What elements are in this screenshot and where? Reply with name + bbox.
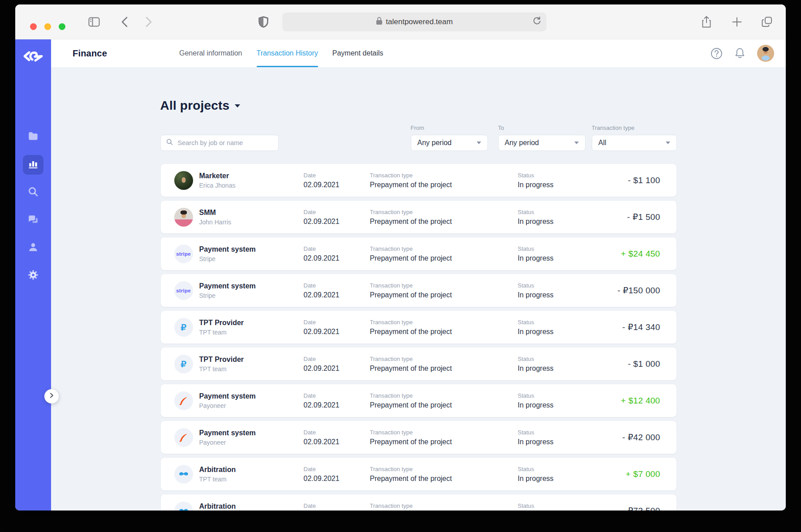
status-label: Status — [518, 392, 594, 399]
type-value: Prepayment of the project — [370, 254, 518, 262]
sidebar-item-profile[interactable] — [23, 238, 43, 258]
transaction-title: Arbitration — [199, 502, 304, 511]
transaction-type-value: All — [599, 139, 607, 147]
type-label: Transaction type — [370, 209, 518, 215]
date-value: 02.09.2021 — [304, 218, 370, 226]
transaction-title: Payment system — [199, 282, 304, 290]
type-label: Transaction type — [370, 502, 518, 509]
chevron-down-icon — [574, 142, 579, 144]
date-value: 02.09.2021 — [304, 254, 370, 262]
address-bar[interactable]: talentpowered.team — [282, 13, 547, 31]
transaction-row[interactable]: Arbitration TPT team Date 02.09.2021 Tra… — [160, 457, 677, 491]
status-value: In progress — [518, 438, 594, 446]
project-selector-label: All projects — [160, 99, 230, 113]
to-period-select[interactable]: Any period — [498, 135, 586, 151]
to-filter-label: To — [498, 124, 586, 131]
status-value: In progress — [518, 181, 594, 189]
forward-button[interactable] — [146, 17, 152, 27]
user-avatar[interactable] — [757, 45, 774, 62]
mustache-icon — [174, 465, 193, 484]
john-photo-avatar — [174, 208, 193, 227]
transaction-row[interactable]: ₽ TPT Provider TPT team Date 02.09.2021 … — [160, 310, 677, 344]
transaction-row[interactable]: Marketer Erica Jhonas Date 02.09.2021 Tr… — [160, 163, 677, 197]
date-label: Date — [304, 245, 370, 252]
type-label: Transaction type — [370, 429, 518, 436]
sidebar-item-settings[interactable] — [23, 266, 43, 286]
search-box — [160, 135, 279, 151]
status-label: Status — [518, 319, 594, 326]
transaction-row[interactable]: Arbitration TPT team Date 02.09.2021 Tra… — [160, 494, 677, 511]
date-value: 02.09.2021 — [304, 401, 370, 409]
browser-toolbar: talentpowered.team — [15, 4, 786, 39]
from-period-select[interactable]: Any period — [411, 135, 488, 151]
type-value: Prepayment of the project — [370, 291, 518, 299]
tab-payment-details[interactable]: Payment details — [332, 39, 383, 67]
chevron-right-icon — [48, 392, 55, 400]
date-label: Date — [304, 502, 370, 509]
sidebar-toggle-icon[interactable] — [88, 17, 100, 27]
transaction-row[interactable]: ₽ TPT Provider TPT team Date 02.09.2021 … — [160, 347, 677, 381]
date-value: 02.09.2021 — [304, 181, 370, 189]
type-value: Prepayment of the project — [370, 438, 518, 446]
transaction-title: Arbitration — [199, 466, 304, 474]
minimize-window-button[interactable] — [44, 23, 51, 30]
folder-icon — [27, 130, 39, 144]
status-label: Status — [518, 245, 594, 252]
reload-icon[interactable] — [533, 17, 541, 28]
back-button[interactable] — [121, 17, 128, 27]
transaction-subtitle: Payoneer — [199, 439, 304, 446]
status-value: In progress — [518, 218, 594, 226]
date-label: Date — [304, 319, 370, 326]
status-label: Status — [518, 429, 594, 436]
transaction-type-select[interactable]: All — [592, 135, 677, 151]
transaction-row[interactable]: stripe Payment system Stripe Date 02.09.… — [160, 237, 677, 270]
amount-value: + $12 400 — [594, 396, 660, 406]
sidebar-item-messages[interactable] — [23, 210, 43, 230]
url-text: talentpowered.team — [386, 17, 452, 26]
share-icon[interactable] — [702, 16, 711, 28]
from-period-value: Any period — [418, 139, 452, 147]
bar-chart-icon — [27, 158, 39, 172]
transaction-row[interactable]: SMM John Harris Date 02.09.2021 Transact… — [160, 200, 677, 234]
notifications-bell-icon[interactable] — [734, 47, 745, 60]
transaction-type-filter-label: Transaction type — [592, 124, 677, 131]
date-value: 02.09.2021 — [304, 328, 370, 336]
to-period-value: Any period — [505, 139, 539, 147]
amount-value: - ₽150 000 — [594, 285, 660, 296]
page-title: Finance — [73, 48, 179, 59]
sidebar-item-projects[interactable] — [23, 127, 43, 147]
privacy-shield-icon[interactable] — [258, 16, 268, 28]
tab-transaction-history[interactable]: Transaction History — [257, 39, 318, 67]
new-tab-icon[interactable] — [732, 17, 742, 27]
browser-window: talentpowered.team — [15, 4, 786, 511]
close-window-button[interactable] — [30, 23, 37, 30]
erica-photo-avatar — [174, 171, 193, 190]
sidebar-item-finance[interactable] — [23, 155, 43, 175]
expand-sidebar-button[interactable] — [44, 389, 59, 403]
type-label: Transaction type — [370, 466, 518, 472]
logo-icon[interactable] — [22, 47, 44, 68]
transaction-row[interactable]: Payment system Payoneer Date 02.09.2021 … — [160, 420, 677, 454]
transaction-subtitle: Payoneer — [199, 402, 304, 409]
zoom-window-button[interactable] — [59, 23, 65, 30]
date-label: Date — [304, 356, 370, 362]
project-selector[interactable]: All projects — [160, 99, 677, 113]
type-label: Transaction type — [370, 245, 518, 252]
sidebar — [15, 39, 51, 511]
tab-overview-icon[interactable] — [762, 17, 772, 27]
status-label: Status — [518, 356, 594, 362]
lock-icon — [376, 17, 383, 27]
sidebar-item-search[interactable] — [23, 183, 43, 202]
traffic-lights — [30, 23, 65, 30]
transaction-title: SMM — [199, 209, 304, 217]
status-value: In progress — [518, 401, 594, 409]
date-label: Date — [304, 209, 370, 215]
transaction-subtitle: John Harris — [199, 219, 304, 226]
search-input[interactable] — [160, 135, 279, 151]
transaction-row[interactable]: Payment system Payoneer Date 02.09.2021 … — [160, 384, 677, 417]
stripe-logo-icon: stripe — [174, 245, 193, 263]
tab-general-information[interactable]: General information — [179, 39, 242, 67]
transaction-row[interactable]: stripe Payment system Stripe Date 02.09.… — [160, 274, 677, 307]
type-label: Transaction type — [370, 392, 518, 399]
help-icon[interactable] — [711, 47, 723, 60]
